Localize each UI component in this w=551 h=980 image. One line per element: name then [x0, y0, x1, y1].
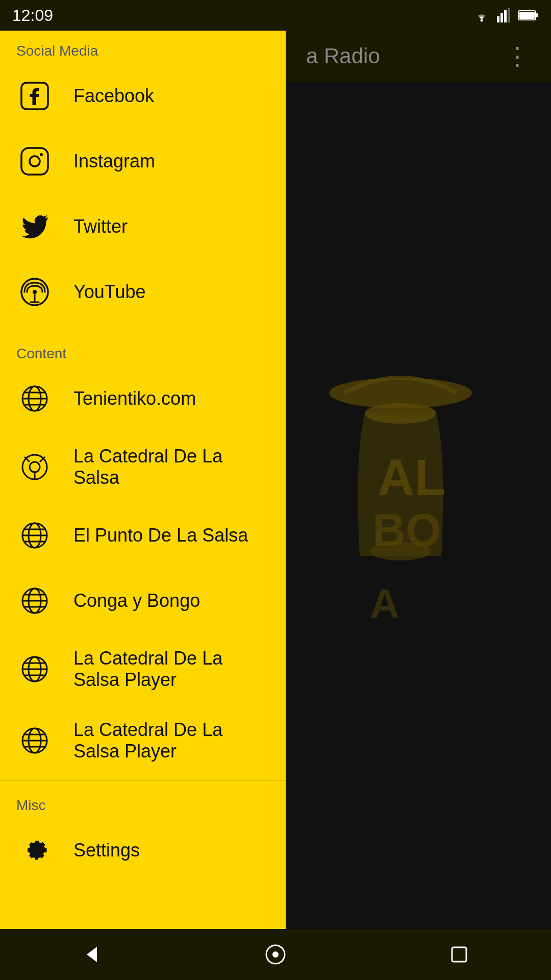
content-section-header: Content [0, 333, 286, 366]
status-icons [472, 8, 539, 22]
back-button[interactable] [71, 934, 112, 975]
svg-rect-55 [452, 947, 466, 962]
instagram-label: Instagram [73, 151, 155, 172]
navigation-drawer: Social Media Facebook Instagram Twi [0, 31, 286, 929]
youtube-icon [16, 274, 53, 310]
tenientiko-label: Tenientiko.com [73, 388, 196, 409]
sidebar-item-youtube[interactable]: YouTube [0, 259, 286, 325]
sidebar-item-catedral[interactable]: La Catedral De La Salsa [0, 431, 286, 503]
globe-icon-elpunto [16, 517, 53, 554]
sidebar-item-player2[interactable]: La Catedral De La Salsa Player [0, 705, 286, 776]
recents-button[interactable] [439, 934, 480, 975]
elpunto-label: El Punto De La Salsa [73, 525, 248, 546]
signal-icon [497, 8, 512, 22]
svg-rect-7 [519, 12, 535, 19]
globe-icon-conga [16, 582, 53, 619]
sidebar-item-conga[interactable]: Conga y Bongo [0, 568, 286, 633]
facebook-icon [16, 78, 53, 114]
status-time: 12:09 [12, 6, 53, 25]
instagram-icon [16, 143, 53, 180]
svg-point-16 [30, 156, 40, 166]
svg-text:A: A [370, 581, 399, 626]
sidebar-item-instagram[interactable]: Instagram [0, 129, 286, 194]
conga-label: Conga y Bongo [73, 590, 200, 611]
facebook-label: Facebook [73, 85, 154, 107]
svg-point-54 [272, 951, 279, 958]
sidebar-item-elpunto[interactable]: El Punto De La Salsa [0, 503, 286, 568]
home-button[interactable] [255, 934, 296, 975]
navigation-bar [0, 929, 551, 980]
battery-icon [518, 10, 539, 21]
globe-icon-player1 [16, 651, 53, 688]
misc-section-header: Misc [0, 785, 286, 818]
sidebar-item-player1[interactable]: La Catedral De La Salsa Player [0, 633, 286, 705]
social-media-section-header: Social Media [0, 31, 286, 63]
radio-logo-area: AL BO A [250, 82, 551, 929]
twitter-icon [16, 208, 53, 245]
divider-1 [0, 329, 286, 329]
wifi-icon [472, 8, 491, 22]
radio-logo: AL BO A [304, 352, 497, 658]
catedral-label: La Catedral De La Salsa [73, 446, 269, 488]
more-icon[interactable]: ⋮ [505, 42, 531, 70]
youtube-label: YouTube [73, 281, 145, 303]
status-bar: 12:09 [0, 0, 551, 31]
app-header: a Radio ⋮ [286, 31, 551, 82]
sidebar-item-tenientiko[interactable]: Tenientiko.com [0, 366, 286, 431]
settings-icon [16, 832, 53, 869]
sidebar-item-facebook[interactable]: Facebook [0, 63, 286, 129]
svg-rect-1 [497, 16, 499, 22]
svg-point-17 [40, 153, 43, 156]
svg-rect-2 [500, 13, 503, 22]
svg-rect-3 [504, 10, 507, 22]
twitter-label: Twitter [73, 216, 128, 237]
svg-text:AL: AL [378, 449, 445, 506]
globe-icon-tenientiko [16, 380, 53, 417]
svg-point-0 [481, 19, 483, 22]
globe-icon-player2 [16, 722, 53, 759]
svg-point-9 [365, 403, 436, 424]
settings-label: Settings [73, 840, 140, 861]
svg-rect-15 [21, 148, 48, 175]
player2-label: La Catedral De La Salsa Player [73, 719, 269, 762]
sidebar-item-twitter[interactable]: Twitter [0, 194, 286, 259]
svg-marker-52 [87, 947, 97, 962]
divider-2 [0, 780, 286, 781]
player1-label: La Catedral De La Salsa Player [73, 648, 269, 691]
svg-text:BO: BO [372, 505, 441, 556]
wordpress-icon [16, 449, 53, 485]
app-title: a Radio [306, 44, 380, 68]
svg-point-28 [30, 462, 40, 472]
sidebar-item-settings[interactable]: Settings [0, 818, 286, 883]
svg-rect-6 [536, 13, 538, 17]
svg-rect-4 [508, 8, 510, 22]
